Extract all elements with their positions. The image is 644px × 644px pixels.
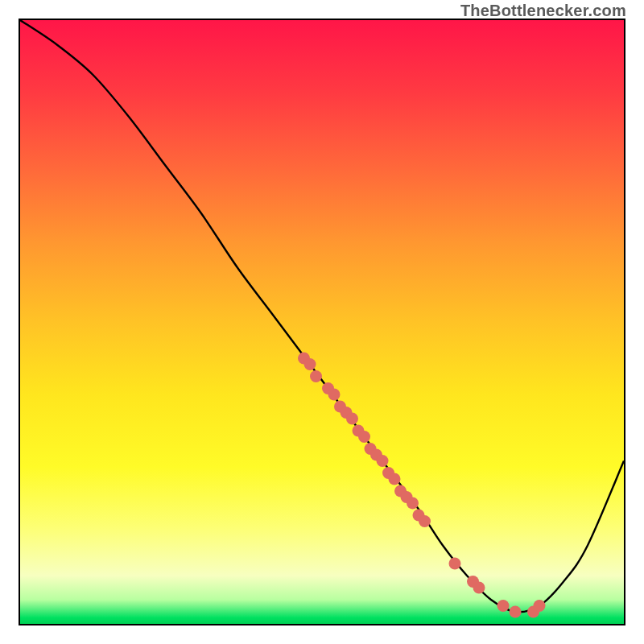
data-point bbox=[449, 558, 461, 570]
data-point bbox=[358, 431, 370, 443]
chart-container: TheBottlenecker.com bbox=[0, 0, 644, 644]
chart-svg bbox=[20, 20, 624, 624]
data-point bbox=[304, 358, 316, 370]
data-point bbox=[346, 413, 358, 425]
data-point bbox=[510, 606, 522, 618]
bottleneck-curve bbox=[20, 20, 624, 612]
data-point bbox=[328, 389, 341, 401]
attribution-label: TheBottlenecker.com bbox=[460, 2, 626, 20]
data-point bbox=[310, 370, 322, 382]
data-point bbox=[419, 515, 431, 527]
data-point bbox=[497, 600, 510, 612]
data-point bbox=[534, 600, 546, 612]
scatter-group bbox=[298, 353, 546, 618]
data-point bbox=[377, 455, 389, 467]
plot-area bbox=[19, 19, 625, 625]
data-point bbox=[407, 497, 419, 510]
data-point bbox=[473, 582, 485, 594]
data-point bbox=[389, 473, 401, 485]
